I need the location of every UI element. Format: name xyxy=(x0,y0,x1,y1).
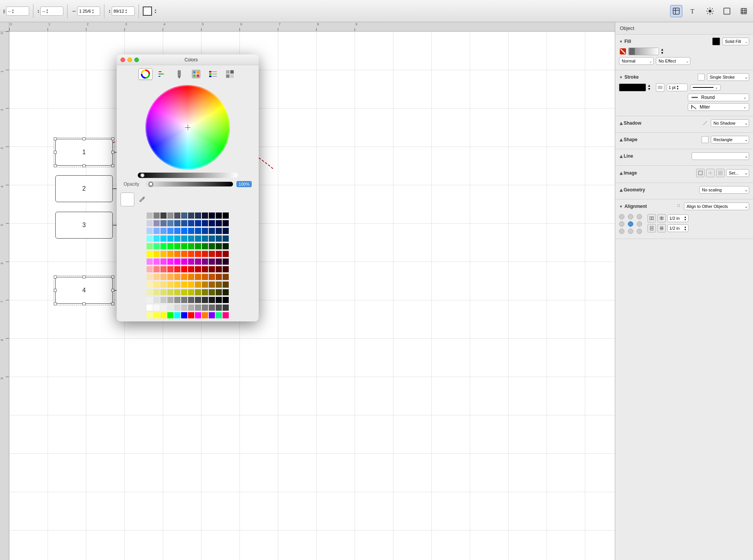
color-swatch-10-7[interactable] xyxy=(195,289,201,295)
align-v-button-2[interactable] xyxy=(657,224,666,232)
color-swatch-1-0[interactable] xyxy=(147,220,153,226)
color-swatch-6-6[interactable] xyxy=(188,259,194,265)
color-swatch-10-10[interactable] xyxy=(216,289,222,295)
color-swatch-10-4[interactable] xyxy=(174,289,180,295)
color-swatch-11-7[interactable] xyxy=(195,297,201,303)
color-swatch-0-0[interactable] xyxy=(147,212,153,219)
spinner-height[interactable]: 89/12 ▲ ▼ xyxy=(112,7,135,16)
color-swatch-3-10[interactable] xyxy=(216,236,222,242)
text-tool-button[interactable]: T xyxy=(687,5,699,17)
color-swatch-9-2[interactable] xyxy=(160,282,167,288)
fill-dropdown-arrow[interactable]: ▲ ▼ xyxy=(661,48,667,55)
color-swatch-4-7[interactable] xyxy=(195,243,201,249)
color-swatch-12-4[interactable] xyxy=(174,305,180,311)
handle-tm[interactable] xyxy=(83,275,86,278)
color-swatch-1-3[interactable] xyxy=(167,220,173,226)
color-swatch-12-9[interactable] xyxy=(209,305,215,311)
color-swatch-11-1[interactable] xyxy=(154,297,160,303)
diagram-node-1[interactable]: 1 xyxy=(55,139,113,166)
color-swatch-1-6[interactable] xyxy=(188,220,194,226)
fill-type-select[interactable]: Solid Fill xyxy=(722,38,749,45)
color-swatch-6-9[interactable] xyxy=(209,259,215,265)
color-swatch-8-6[interactable] xyxy=(188,274,194,280)
stroke-join-dropdown[interactable]: Miter ⌄ xyxy=(688,103,749,111)
color-swatch-7-9[interactable] xyxy=(209,266,215,272)
color-swatch-3-8[interactable] xyxy=(202,236,208,242)
color-swatch-3-2[interactable] xyxy=(160,236,167,242)
color-swatch-1-9[interactable] xyxy=(209,220,215,226)
color-swatch-3-4[interactable] xyxy=(174,236,180,242)
color-swatch-3-5[interactable] xyxy=(181,236,187,242)
color-swatch-5-9[interactable] xyxy=(209,251,215,257)
color-swatch-8-11[interactable] xyxy=(223,274,229,280)
color-swatch-0-7[interactable] xyxy=(195,212,201,219)
color-swatch-11-11[interactable] xyxy=(223,297,229,303)
opacity-value[interactable]: 100% xyxy=(236,181,252,187)
shape-header[interactable]: ▶ Shape Rectangle xyxy=(619,136,749,143)
align-dot-mc[interactable] xyxy=(628,221,633,227)
color-swatch-12-10[interactable] xyxy=(216,305,222,311)
shadow-type-wrapper[interactable]: No Shadow xyxy=(711,119,749,127)
color-swatch-13-2[interactable] xyxy=(160,312,167,318)
color-swatch-11-5[interactable] xyxy=(181,297,187,303)
handle-mr[interactable] xyxy=(111,289,114,292)
color-swatch-5-8[interactable] xyxy=(202,251,208,257)
pattern-tab[interactable] xyxy=(223,68,237,80)
color-swatch-9-8[interactable] xyxy=(202,282,208,288)
fill-color-swatch[interactable] xyxy=(712,38,720,45)
color-swatch-8-5[interactable] xyxy=(181,274,187,280)
spinner-horizontal[interactable]: -- ▲ ▼ xyxy=(6,7,29,16)
color-swatch-7-5[interactable] xyxy=(181,266,187,272)
fill-type-wrapper[interactable]: Solid Fill xyxy=(722,38,749,45)
color-gradient-bar[interactable] xyxy=(628,48,659,55)
color-swatch-9-3[interactable] xyxy=(167,282,173,288)
color-swatch-12-1[interactable] xyxy=(154,305,160,311)
color-swatch-6-10[interactable] xyxy=(216,259,222,265)
color-swatch-11-4[interactable] xyxy=(174,297,180,303)
stroke-cap-dropdown[interactable]: Round ⌄ xyxy=(688,94,749,101)
color-swatch-7-7[interactable] xyxy=(195,266,201,272)
color-swatch-3-9[interactable] xyxy=(209,236,215,242)
color-swatch-5-5[interactable] xyxy=(181,251,187,257)
stroke-type-wrapper[interactable]: Single Stroke xyxy=(707,73,749,81)
settings-tool-button[interactable] xyxy=(704,5,716,17)
color-swatch-10-9[interactable] xyxy=(209,289,215,295)
blend-mode-wrapper[interactable]: Normal xyxy=(619,57,654,65)
effect-select[interactable]: No Effect xyxy=(656,57,690,65)
color-swatch-10-6[interactable] xyxy=(188,289,194,295)
color-swatch-13-6[interactable] xyxy=(188,312,194,318)
line-style-dropdown[interactable]: ⌄ xyxy=(690,84,721,91)
color-wheel[interactable] xyxy=(145,85,230,170)
color-swatch-4-11[interactable] xyxy=(223,243,229,249)
geometry-type-select[interactable]: No scaling xyxy=(699,186,749,194)
color-swatch-6-8[interactable] xyxy=(202,259,208,265)
color-swatch-1-8[interactable] xyxy=(202,220,208,226)
stroke-width-box[interactable]: 1 pt ▲ ▼ xyxy=(667,84,688,91)
align-dot-bl[interactable] xyxy=(619,229,624,234)
color-swatch-2-2[interactable] xyxy=(160,228,167,234)
color-swatch-12-6[interactable] xyxy=(188,305,194,311)
align-dot-tr[interactable] xyxy=(637,214,642,219)
stroke-color-swatch[interactable] xyxy=(698,74,705,81)
shape-selector[interactable]: ▲ ▼ xyxy=(143,7,157,16)
handle-tm[interactable] xyxy=(83,137,86,140)
color-swatch-1-11[interactable] xyxy=(223,220,229,226)
color-swatch-8-1[interactable] xyxy=(154,274,160,280)
color-swatch-3-6[interactable] xyxy=(188,236,194,242)
color-swatch-11-9[interactable] xyxy=(209,297,215,303)
color-swatch-1-5[interactable] xyxy=(181,220,187,226)
color-swatch-5-2[interactable] xyxy=(160,251,167,257)
color-swatch-9-4[interactable] xyxy=(174,282,180,288)
color-swatch-13-7[interactable] xyxy=(195,312,201,318)
align-h-button-2[interactable] xyxy=(657,214,666,222)
color-swatch-9-11[interactable] xyxy=(223,282,229,288)
dialog-titlebar[interactable]: Colors xyxy=(117,54,259,65)
color-swatch-0-6[interactable] xyxy=(188,212,194,219)
align-dot-ml[interactable] xyxy=(619,221,624,227)
color-swatch-3-11[interactable] xyxy=(223,236,229,242)
handle-bm[interactable] xyxy=(83,164,86,167)
color-swatch-6-7[interactable] xyxy=(195,259,201,265)
color-swatch-0-5[interactable] xyxy=(181,212,187,219)
color-swatch-10-8[interactable] xyxy=(202,289,208,295)
alignment-header[interactable]: ▼ Alignment Align to Other Objects xyxy=(619,203,749,210)
